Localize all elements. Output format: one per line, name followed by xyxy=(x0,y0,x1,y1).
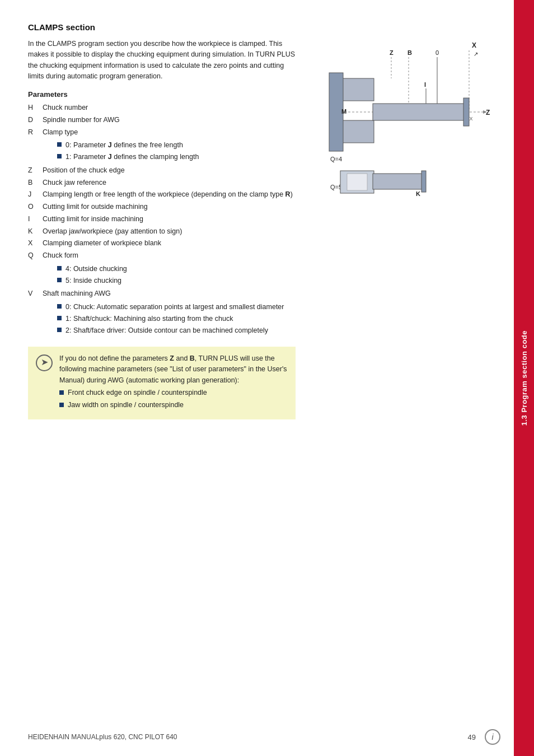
param-desc: Spindle number for AWG xyxy=(43,114,296,126)
bullet-icon xyxy=(57,266,62,270)
svg-rect-27 xyxy=(373,174,423,189)
table-row-subitem: 4: Outside chucking 5: Inside chucking xyxy=(28,262,296,288)
info-icon: i xyxy=(485,729,500,745)
table-row: Z Position of the chuck edge xyxy=(28,164,296,176)
param-desc: Clamping length or free length of the wo… xyxy=(43,189,296,201)
note-sub-item: Front chuck edge on spindle / counterspi… xyxy=(59,388,288,398)
main-content: CLAMPS section In the CLAMPS program sec… xyxy=(0,0,514,442)
sub-item-text: 0: Chuck: Automatic separation points at… xyxy=(65,302,284,312)
param-key: Z xyxy=(28,164,43,176)
footer-page: 49 xyxy=(468,733,476,741)
svg-text:0: 0 xyxy=(435,49,439,56)
svg-text:↗: ↗ xyxy=(474,51,478,57)
content-row: CLAMPS section In the CLAMPS program sec… xyxy=(28,22,497,419)
sidebar: 1.3 Program section code xyxy=(514,0,534,756)
table-row-subitem: 0: Parameter J defines the free length 1… xyxy=(28,138,296,165)
svg-rect-12 xyxy=(463,98,469,126)
svg-rect-28 xyxy=(421,171,426,192)
table-row-subitem: 0: Chuck: Automatic separation points at… xyxy=(28,300,296,338)
footer-brand: HEIDENHAIN MANUALplus 620, CNC PILOT 640 xyxy=(28,733,177,741)
note-content: If you do not define the parameters Z an… xyxy=(59,353,288,413)
sub-item: 1: Parameter J defines the clamping leng… xyxy=(57,152,296,162)
svg-text:X: X xyxy=(472,41,476,49)
params-table: H Chuck number D Spindle number for AWG … xyxy=(28,102,296,338)
note-sub-item: Jaw width on spindle / counterspindle xyxy=(59,400,288,410)
table-row: H Chuck number xyxy=(28,102,296,114)
svg-text:K: K xyxy=(416,190,420,197)
param-key: Q xyxy=(28,250,43,262)
svg-text:Z: Z xyxy=(390,49,394,56)
sub-item: 0: Parameter J defines the free length xyxy=(57,140,296,151)
param-key: O xyxy=(28,201,43,213)
svg-text:B: B xyxy=(407,49,412,56)
sub-item: 1: Shaft/chuck: Machining also starting … xyxy=(57,314,296,324)
param-desc: Overlap jaw/workpiece (pay attention to … xyxy=(43,225,296,237)
param-key: D xyxy=(28,114,43,126)
param-key: X xyxy=(28,237,43,250)
sub-item: 2: Shaft/face driver: Outside contour ca… xyxy=(57,325,296,336)
svg-rect-26 xyxy=(347,174,367,190)
param-desc: Cutting limit for inside machining xyxy=(43,213,296,225)
note-sub-text: Front chuck edge on spindle / counterspi… xyxy=(68,388,207,398)
svg-rect-8 xyxy=(340,120,374,143)
table-row: R Clamp type xyxy=(28,126,296,138)
bullet-icon xyxy=(57,142,62,147)
param-desc: Cutting limit for outside machining xyxy=(43,201,296,213)
param-desc: Chuck jaw reference xyxy=(43,176,296,189)
sub-item: 5: Inside chucking xyxy=(57,276,296,286)
note-icon: ➤ xyxy=(36,354,53,371)
sub-item-text: 0: Parameter J defines the free length xyxy=(65,140,183,151)
bullet-icon xyxy=(57,154,62,158)
param-desc: Chuck number xyxy=(43,102,296,114)
note-box: ➤ If you do not define the parameters Z … xyxy=(28,347,296,419)
sub-item-text: 1: Parameter J defines the clamping leng… xyxy=(65,152,199,162)
section-title: CLAMPS section xyxy=(28,22,296,32)
note-text: If you do not define the parameters Z an… xyxy=(59,354,287,384)
param-desc: Chuck form xyxy=(43,250,296,262)
table-row: X Clamping diameter of workpiece blank xyxy=(28,237,296,250)
diagram-svg: X ↗ Z øX xyxy=(307,22,497,202)
svg-rect-9 xyxy=(340,78,374,101)
table-row: K Overlap jaw/workpiece (pay attention t… xyxy=(28,225,296,237)
bullet-icon xyxy=(59,390,64,395)
param-key: H xyxy=(28,102,43,114)
sub-item-text: 5: Inside chucking xyxy=(65,276,121,286)
table-row: B Chuck jaw reference xyxy=(28,176,296,189)
table-row: Q Chuck form xyxy=(28,250,296,262)
svg-rect-11 xyxy=(373,104,465,120)
left-column: CLAMPS section In the CLAMPS program sec… xyxy=(28,22,296,419)
param-key: K xyxy=(28,225,43,237)
svg-text:Q=4: Q=4 xyxy=(330,156,342,162)
footer: HEIDENHAIN MANUALplus 620, CNC PILOT 640… xyxy=(28,729,500,745)
table-row: D Spindle number for AWG xyxy=(28,114,296,126)
param-key: B xyxy=(28,176,43,189)
diagram: X ↗ Z øX xyxy=(307,22,497,202)
sub-item-text: 2: Shaft/face driver: Outside contour ca… xyxy=(65,325,268,336)
bullet-icon xyxy=(57,316,62,320)
table-row: V Shaft machining AWG xyxy=(28,288,296,300)
table-row: J Clamping length or free length of the … xyxy=(28,189,296,201)
table-row: O Cutting limit for outside machining xyxy=(28,201,296,213)
intro-paragraph: In the CLAMPS program section you descri… xyxy=(28,39,296,82)
param-key: J xyxy=(28,189,43,201)
table-row: I Cutting limit for inside machining xyxy=(28,213,296,225)
param-desc: Shaft machining AWG xyxy=(43,288,296,300)
param-desc: Clamp type xyxy=(43,126,296,138)
bullet-icon xyxy=(57,304,62,309)
param-key: I xyxy=(28,213,43,225)
sub-item: 0: Chuck: Automatic separation points at… xyxy=(57,302,296,312)
bullet-icon xyxy=(59,403,64,407)
sub-item-text: 4: Outside chucking xyxy=(65,264,127,274)
svg-text:Z: Z xyxy=(486,109,490,116)
bullet-icon xyxy=(57,278,62,282)
sub-item: 4: Outside chucking xyxy=(57,264,296,274)
right-column: X ↗ Z øX xyxy=(307,22,497,419)
param-desc: Position of the chuck edge xyxy=(43,164,296,176)
sidebar-label: 1.3 Program section code xyxy=(520,330,528,426)
svg-text:M: M xyxy=(341,108,346,115)
param-key: R xyxy=(28,126,43,138)
svg-text:I: I xyxy=(424,81,426,88)
sub-item-text: 1: Shaft/chuck: Machining also starting … xyxy=(65,314,233,324)
param-desc: Clamping diameter of workpiece blank xyxy=(43,237,296,250)
param-key: V xyxy=(28,288,43,300)
